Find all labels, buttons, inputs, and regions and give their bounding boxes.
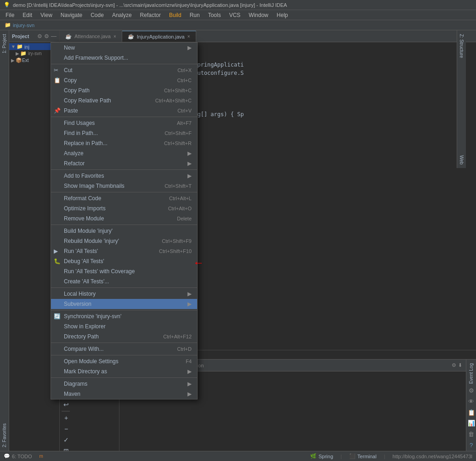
ctx-icon-7: 📌: [54, 107, 61, 114]
status-maven: m: [40, 454, 43, 459]
ctx-item-copy_path[interactable]: Copy PathCtrl+Shift+C: [51, 85, 197, 96]
btn-minus[interactable]: −: [62, 424, 71, 433]
web-label[interactable]: Web: [459, 155, 464, 164]
left-panel-tabs: 1: Project 2: Favorites: [0, 30, 9, 451]
menu-code[interactable]: Code: [87, 11, 108, 19]
right-icon-2[interactable]: 👁: [467, 398, 476, 406]
tab-close-injury[interactable]: ×: [187, 34, 190, 39]
status-terminal[interactable]: ⬛ Terminal: [349, 453, 377, 459]
menu-file[interactable]: File: [2, 11, 18, 19]
tab-icon-injury: ☕: [128, 34, 134, 39]
ctx-item-optimize_imports[interactable]: Optimize ImportsCtrl+Alt+O: [51, 203, 197, 214]
ctx-item-replace_in_path...[interactable]: Replace in Path...Ctrl+Shift+R: [51, 138, 197, 148]
ctx-item-compare_with...[interactable]: Compare With...Ctrl+D: [51, 344, 197, 354]
ctx-item-show_in_explorer[interactable]: Show in Explorer: [51, 321, 197, 332]
ctx-item-refactor[interactable]: Refactor▶: [51, 158, 197, 169]
panel-header-icons: ⚙ ⚙ —: [37, 33, 57, 39]
bottom-header-icons: ⚙ ⬇: [452, 362, 462, 368]
ctx-item-synchronize_'injury-svn'[interactable]: 🔄Synchronize 'injury-svn': [51, 311, 197, 321]
ctx-item-create_'all_tests'...[interactable]: Create 'All Tests'...: [51, 276, 197, 287]
event-log-label[interactable]: Event Log: [469, 363, 474, 384]
ctx-item-copy_relative_path[interactable]: Copy Relative PathCtrl+Alt+Shift+C: [51, 96, 197, 106]
ctx-icon-3: ✂: [54, 67, 58, 73]
ctx-item-maven[interactable]: Maven▶: [51, 389, 197, 399]
menu-window[interactable]: Window: [245, 11, 272, 19]
ctx-divider-21: [51, 225, 197, 225]
ctx-item-find_in_path...[interactable]: Find in Path...Ctrl+Shift+F: [51, 128, 197, 138]
ctx-item-run_'all_tests'_with_coverage[interactable]: Run 'All Tests' with Coverage: [51, 266, 197, 276]
right-icon-3[interactable]: 📋: [467, 408, 476, 416]
menu-navigate[interactable]: Navigate: [57, 11, 86, 19]
ctx-label-30: Subversion: [64, 301, 91, 307]
menu-build[interactable]: Build: [165, 11, 185, 19]
ctx-item-rebuild_module_'injury'[interactable]: Rebuild Module 'injury'Ctrl+Shift+F9: [51, 236, 197, 246]
ctx-item-show_image_thumbnails[interactable]: Show Image ThumbnailsCtrl+Shift+T: [51, 181, 197, 191]
download-icon[interactable]: ⬇: [458, 362, 462, 368]
menu-bar: File Edit View Navigate Code Analyze Ref…: [0, 10, 476, 20]
menu-tools[interactable]: Tools: [204, 11, 225, 19]
ctx-item-new[interactable]: New▶: [51, 43, 197, 53]
menu-analyze[interactable]: Analyze: [108, 11, 136, 19]
ctx-item-find_usages[interactable]: Find UsagesAlt+F7: [51, 118, 197, 128]
ctx-item-mark_directory_as[interactable]: Mark Directory as▶: [51, 366, 197, 377]
btn-revert[interactable]: ↩: [62, 400, 71, 409]
right-icon-1[interactable]: ⚙: [467, 387, 476, 395]
tree-arrow-2: ▶: [16, 51, 19, 56]
ctx-item-local_history[interactable]: Local History▶: [51, 289, 197, 299]
settings-icon[interactable]: ⚙: [452, 362, 456, 368]
btn-check[interactable]: ✓: [62, 435, 71, 444]
breadcrumb-text[interactable]: injury-svn: [13, 22, 34, 28]
ctx-item-reformat_code[interactable]: Reformat CodeCtrl+Alt+L: [51, 193, 197, 203]
menu-view[interactable]: View: [37, 11, 56, 19]
status-spring[interactable]: 🌿 Spring: [310, 453, 333, 459]
panel-tab-favorites[interactable]: 2: Favorites: [2, 423, 7, 447]
ctx-shortcut-3: Ctrl+X: [177, 67, 192, 73]
ctx-divider-2: [51, 64, 197, 64]
menu-edit[interactable]: Edit: [19, 11, 36, 19]
menu-run[interactable]: Run: [186, 11, 204, 19]
ctx-item-copy[interactable]: 📋CopyCtrl+C: [51, 75, 197, 85]
tab-close-attendance[interactable]: ×: [113, 34, 116, 39]
ctx-item-add_to_favorites[interactable]: Add to Favorites▶: [51, 171, 197, 181]
tree-arrow: ▼: [11, 44, 16, 49]
tab-injury[interactable]: ☕ InjuryApplication.java ×: [122, 31, 196, 42]
right-icon-5[interactable]: 🗑: [467, 430, 476, 439]
spring-icon: 🌿: [310, 453, 317, 459]
ctx-item-add_framework_support...[interactable]: Add Framework Support...: [51, 53, 197, 63]
panel-icon-gear[interactable]: ⚙: [37, 33, 42, 39]
ctx-item-debug_'all_tests'[interactable]: 🐛Debug 'All Tests': [51, 256, 197, 266]
right-icon-4[interactable]: 📊: [467, 419, 476, 427]
status-todo[interactable]: 💬 6: TODO: [4, 453, 32, 459]
editor-tabs: ☕ Attendance.java × ☕ InjuryApplication.…: [60, 30, 476, 42]
panel-icon-close[interactable]: —: [51, 33, 57, 39]
menu-vcs[interactable]: VCS: [226, 11, 244, 19]
ctx-shortcut-16: Ctrl+Shift+T: [164, 183, 192, 189]
panel-tab-project[interactable]: 1: Project: [2, 34, 7, 53]
ctx-item-run_'all_tests'[interactable]: ▶Run 'All Tests'Ctrl+Shift+F10: [51, 246, 197, 256]
ctx-label-11: Replace in Path...: [64, 140, 108, 146]
menu-help[interactable]: Help: [273, 11, 292, 19]
ctx-item-build_module_'injury'[interactable]: Build Module 'injury': [51, 226, 197, 236]
ctx-item-analyze[interactable]: Analyze▶: [51, 148, 197, 158]
right-icon-6[interactable]: ?: [467, 441, 476, 449]
ctx-item-open_module_settings[interactable]: Open Module SettingsF4: [51, 356, 197, 366]
ctx-divider-35: [51, 343, 197, 343]
ctx-item-cut[interactable]: ✂CutCtrl+X: [51, 65, 197, 75]
ctx-label-6: Copy Relative Path: [64, 97, 111, 104]
ctx-shortcut-6: Ctrl+Alt+Shift+C: [155, 98, 192, 103]
ctx-item-directory_path[interactable]: Directory PathCtrl+Alt+F12: [51, 332, 197, 342]
ctx-divider-31: [51, 310, 197, 310]
ctx-item-subversion[interactable]: Subversion▶: [51, 299, 197, 309]
structure-label[interactable]: Z: Structure: [459, 34, 464, 58]
ctx-item-diagrams[interactable]: Diagrams▶: [51, 379, 197, 389]
ctx-divider-14: [51, 169, 197, 170]
ctx-label-7: Paste: [64, 107, 78, 114]
menu-refactor[interactable]: Refactor: [136, 11, 164, 19]
btn-separator: [62, 411, 70, 411]
btn-add[interactable]: +: [62, 413, 71, 422]
panel-icon-settings[interactable]: ⚙: [44, 33, 49, 39]
ctx-item-paste[interactable]: 📌PasteCtrl+V: [51, 106, 197, 116]
ctx-item-remove_module[interactable]: Remove ModuleDelete: [51, 214, 197, 224]
tab-attendance[interactable]: ☕ Attendance.java ×: [60, 31, 122, 42]
ctx-label-29: Local History: [64, 291, 96, 297]
